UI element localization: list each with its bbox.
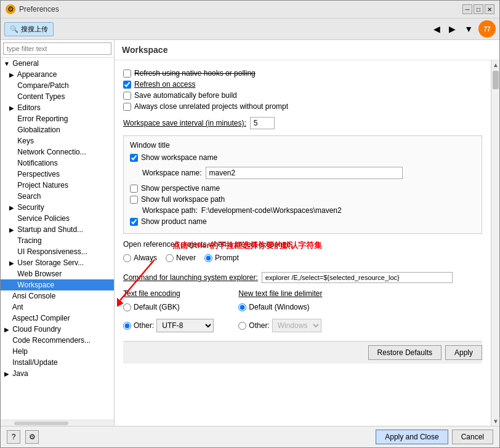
item-label: Appearance bbox=[17, 70, 57, 79]
close-unrelated-checkbox[interactable] bbox=[123, 103, 131, 111]
sidebar-item-ui-responsiveness[interactable]: UI Responsiveness... bbox=[1, 246, 114, 257]
sidebar-item-user-storage[interactable]: ▶ User Storage Serv... bbox=[1, 257, 114, 268]
right-panel: Workspace Refresh using native hooks or … bbox=[115, 40, 499, 426]
forward-button[interactable]: ▶ bbox=[446, 22, 459, 36]
sidebar-item-help[interactable]: Help bbox=[1, 346, 114, 357]
help-button[interactable]: ? bbox=[7, 430, 20, 444]
sidebar-item-notifications[interactable]: Notifications bbox=[1, 158, 114, 169]
sidebar-item-editors[interactable]: ▶ Editors bbox=[1, 102, 114, 113]
sidebar-item-compare-patch[interactable]: Compare/Patch bbox=[1, 80, 114, 91]
show-workspace-name-label: Show workspace name bbox=[141, 153, 217, 162]
search-upload-button[interactable]: 🔍 搜搜上传 bbox=[4, 22, 54, 36]
show-product-name-row: Show product name bbox=[130, 217, 475, 226]
delimiter-other-radio[interactable] bbox=[238, 322, 246, 330]
sidebar-item-search[interactable]: Search bbox=[1, 191, 114, 202]
sidebar-item-web-browser[interactable]: Web Browser bbox=[1, 268, 114, 279]
maximize-button[interactable]: □ bbox=[474, 4, 483, 14]
preferences-window: ⚙ Preferences ─ □ ✕ 🔍 搜搜上传 ◀ ▶ ▼ 77 bbox=[0, 0, 500, 448]
back-button[interactable]: ◀ bbox=[430, 22, 443, 36]
encoding-default-radio[interactable] bbox=[123, 303, 131, 311]
save-auto-checkbox[interactable] bbox=[123, 92, 131, 100]
sidebar-item-aspectj[interactable]: AspectJ Compiler bbox=[1, 313, 114, 324]
sidebar-item-install-update[interactable]: Install/Update bbox=[1, 357, 114, 368]
content-body: Refresh using native hooks or polling Re… bbox=[115, 60, 491, 426]
item-label: Compare/Patch bbox=[17, 81, 68, 90]
sidebar-item-network[interactable]: Network Connectio... bbox=[1, 146, 114, 158]
show-workspace-name-checkbox[interactable] bbox=[130, 154, 138, 162]
never-radio[interactable] bbox=[166, 254, 174, 262]
command-input[interactable] bbox=[262, 272, 453, 283]
scroll-down-arrow[interactable]: ▼ bbox=[491, 417, 499, 426]
expand-icon bbox=[8, 182, 15, 189]
restore-defaults-button[interactable]: Restore Defaults bbox=[368, 345, 442, 360]
refresh-native-checkbox[interactable] bbox=[123, 70, 131, 78]
show-full-path-checkbox[interactable] bbox=[130, 196, 138, 204]
footer-left: ? ⚙ bbox=[7, 430, 39, 444]
sidebar-item-ansi-console[interactable]: Ansi Console bbox=[1, 290, 114, 302]
save-auto-label: Save automatically before build bbox=[134, 91, 237, 100]
sidebar-item-perspectives[interactable]: Perspectives bbox=[1, 169, 114, 180]
sidebar-item-appearance[interactable]: ▶ Appearance bbox=[1, 69, 114, 80]
window-controls: ─ □ ✕ bbox=[462, 4, 494, 14]
item-label: Workspace bbox=[17, 281, 54, 289]
expand-icon bbox=[8, 94, 15, 100]
delimiter-default-radio[interactable] bbox=[238, 303, 246, 311]
sidebar-item-workspace[interactable]: Workspace bbox=[1, 279, 114, 290]
sidebar-hscroll[interactable] bbox=[1, 420, 114, 426]
sidebar-item-keys[interactable]: Keys bbox=[1, 135, 114, 146]
always-radio[interactable] bbox=[123, 254, 131, 262]
sidebar-item-cloud-foundry[interactable]: ▶ Cloud Foundry bbox=[1, 324, 114, 335]
expand-icon: ▶ bbox=[3, 370, 10, 377]
prompt-radio[interactable] bbox=[204, 254, 212, 262]
settings-button[interactable]: ⚙ bbox=[25, 430, 39, 444]
minimize-button[interactable]: ─ bbox=[462, 4, 472, 14]
delimiter-other-row: Other: Windows Unix Mac bbox=[238, 319, 322, 332]
apply-close-button[interactable]: Apply and Close bbox=[376, 430, 448, 444]
menu-button[interactable]: ▼ bbox=[461, 22, 476, 36]
toolbar: 🔍 搜搜上传 ◀ ▶ ▼ 77 bbox=[1, 18, 499, 40]
sidebar-item-error-reporting[interactable]: Error Reporting bbox=[1, 113, 114, 124]
sidebar-item-security[interactable]: ▶ Security bbox=[1, 202, 114, 213]
sidebar-item-content-types[interactable]: Content Types bbox=[1, 91, 114, 102]
delimiter-dropdown[interactable]: Windows Unix Mac bbox=[272, 319, 321, 332]
show-perspective-checkbox[interactable] bbox=[130, 185, 138, 193]
expand-icon bbox=[3, 315, 10, 322]
show-product-name-checkbox[interactable] bbox=[130, 218, 138, 226]
text-encoding-group: Text file encoding Default (GBK) Other: … bbox=[123, 289, 214, 335]
sidebar-item-tracing[interactable]: Tracing bbox=[1, 235, 114, 246]
encoding-dropdown[interactable]: UTF-8 GBK UTF-16 ISO-8859-1 bbox=[156, 319, 214, 332]
line-delimiter-title: New text file line delimiter bbox=[238, 289, 322, 298]
save-interval-input[interactable] bbox=[250, 117, 275, 129]
show-perspective-row: Show perspective name bbox=[130, 184, 475, 193]
scroll-up-arrow[interactable]: ▲ bbox=[491, 60, 499, 70]
cancel-button[interactable]: Cancel bbox=[452, 430, 493, 444]
content-scrollbar[interactable]: ▲ ▼ bbox=[491, 60, 499, 426]
sidebar-item-code-recommenders[interactable]: Code Recommenders... bbox=[1, 335, 114, 346]
expand-icon: ▼ bbox=[3, 60, 10, 67]
sidebar-item-startup[interactable]: ▶ Startup and Shutd... bbox=[1, 224, 114, 235]
scroll-track bbox=[491, 70, 499, 417]
sidebar-item-general[interactable]: ▼ General bbox=[1, 58, 114, 69]
open-projects-section: Open referenced projects when a project … bbox=[123, 240, 482, 265]
refresh-access-checkbox[interactable] bbox=[123, 81, 131, 89]
footer-actions: Apply and Close Cancel bbox=[376, 430, 493, 444]
encoding-other-radio[interactable] bbox=[123, 322, 131, 330]
workspace-name-input[interactable] bbox=[206, 167, 403, 179]
filter-input[interactable] bbox=[3, 42, 111, 55]
scroll-thumb bbox=[493, 71, 499, 89]
sidebar-item-ant[interactable]: Ant bbox=[1, 302, 114, 313]
apply-button[interactable]: Apply bbox=[445, 345, 482, 360]
open-projects-options: Always Never Prompt 点击Other的下拉 bbox=[123, 251, 482, 265]
sidebar-item-java[interactable]: ▶ Java bbox=[1, 368, 114, 379]
encoding-default-label: Default (GBK) bbox=[123, 303, 214, 311]
sidebar-item-project-natures[interactable]: Project Natures bbox=[1, 180, 114, 191]
close-button[interactable]: ✕ bbox=[485, 4, 494, 14]
always-radio-label: Always bbox=[123, 254, 157, 262]
encoding-default-text: Default (GBK) bbox=[134, 303, 180, 311]
item-label: Cloud Foundry bbox=[12, 325, 61, 334]
sidebar-item-service-policies[interactable]: Service Policies bbox=[1, 213, 114, 224]
item-label: AspectJ Compiler bbox=[12, 314, 70, 322]
delimiter-other-label: Other: bbox=[249, 321, 269, 330]
sidebar-item-globalization[interactable]: Globalization bbox=[1, 124, 114, 135]
item-label: Java bbox=[12, 369, 28, 378]
